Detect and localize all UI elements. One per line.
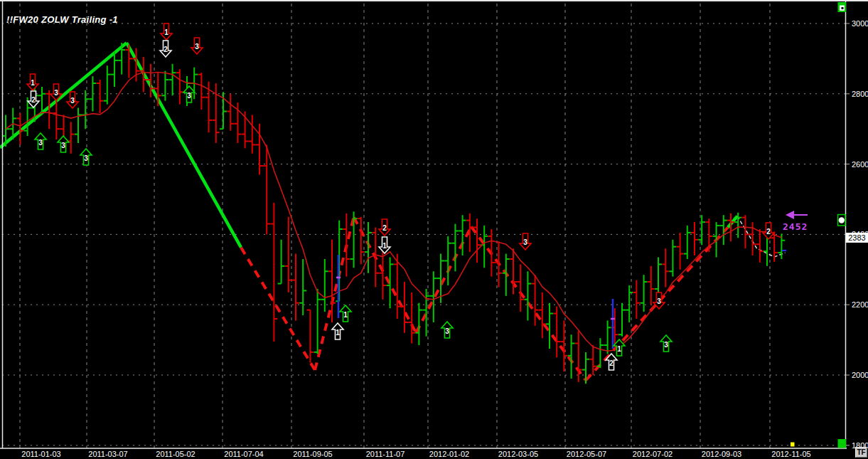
price-bar [53, 101, 60, 139]
signal-arrow-number: 3 [657, 297, 661, 305]
signal-arrow-number: 3 [195, 43, 199, 51]
restore-box-inner-icon [842, 7, 844, 9]
signal-arrow-number: 3 [664, 341, 668, 349]
moving-average-line [6, 73, 781, 352]
price-bar [641, 275, 648, 312]
signal-arrow-number: 3 [70, 97, 75, 105]
price-bar [227, 94, 234, 131]
price-bar [68, 122, 75, 153]
axis-slider-thumb[interactable] [838, 215, 846, 226]
price-bar [343, 213, 350, 277]
price-bar [234, 102, 241, 143]
x-axis-label: 2012-05-07 [567, 450, 606, 458]
signal-arrow-up-green: 1 [340, 305, 351, 322]
signal-arrow-number: 3 [61, 142, 65, 149]
price-bar [89, 76, 96, 111]
signal-arrow-down-red: 1 [27, 74, 38, 90]
signal-arrow-number: 2 [31, 96, 36, 104]
signal-arrow-number: 2 [382, 224, 387, 232]
chart-window: 1233123213323333113123 30002800260024002… [0, 0, 868, 459]
zigzag-layer [0, 43, 786, 380]
timeframe-button[interactable]: TF [855, 447, 867, 458]
x-axis-label: 2011-03-07 [88, 450, 127, 458]
price-bar [299, 259, 306, 315]
price-bar [618, 303, 626, 337]
price-bar [82, 90, 89, 129]
signal-arrow-up-green: 3 [660, 335, 672, 352]
chart-title: !!FW20 ZOLW Trailing -1 [6, 14, 118, 25]
price-bar [473, 218, 481, 263]
price-bar [596, 338, 604, 368]
signal-arrow-up-white: 1 [332, 323, 343, 339]
event-lines-layer [336, 250, 786, 349]
price-bar [198, 73, 205, 110]
trail-stop-arrow-head [786, 211, 794, 219]
price-bar [249, 115, 256, 153]
x-axis-label: 2011-07-04 [224, 450, 263, 458]
price-bar [495, 241, 503, 287]
price-bar [575, 331, 582, 382]
axis-scroll-top-button[interactable] [838, 2, 847, 12]
ma-line-layer [6, 73, 781, 352]
signal-arrow-number: 2 [609, 359, 614, 367]
price-bar [372, 228, 379, 287]
price-bar [97, 80, 104, 113]
y-axis-label: 2600 [852, 160, 868, 169]
price-bar [546, 303, 553, 349]
x-axis-label: 2011-11-07 [366, 450, 405, 458]
price-bar [741, 215, 749, 248]
price-bar [278, 240, 285, 284]
x-axis-label: 2011-01-03 [21, 450, 60, 458]
x-axis-label: 2011-05-02 [156, 450, 195, 458]
signal-arrows-layer: 1233123213323333113123 [27, 23, 774, 370]
x-axis-label: 2012-11-05 [771, 450, 810, 458]
signal-arrow-down-red: 3 [67, 92, 78, 108]
current-bar-yellow-marker [791, 443, 795, 447]
x-axis-label: 2012-09-03 [702, 450, 741, 458]
price-bar [358, 217, 365, 265]
price-bar [648, 266, 655, 305]
price-bar [517, 264, 524, 312]
price-bar [270, 203, 277, 342]
signal-arrow-number: 1 [336, 329, 340, 337]
price-bar [292, 254, 299, 321]
price-bar [176, 69, 183, 104]
price-bar [451, 224, 459, 272]
axis-scroll-bottom-button[interactable] [838, 439, 847, 448]
signal-arrow-up-green: 3 [183, 86, 195, 102]
signal-arrow-number: 3 [38, 139, 43, 147]
price-bar [75, 108, 82, 143]
signal-arrow-down-white: 1 [379, 237, 390, 253]
price-bar [104, 65, 111, 104]
price-bar [459, 215, 466, 255]
price-bar [756, 229, 763, 263]
price-bar [263, 144, 270, 234]
signal-arrow-number: 3 [445, 327, 449, 335]
price-bar [285, 217, 292, 292]
signal-arrow-down-red: 1 [161, 23, 172, 40]
signal-arrow-number: 2 [766, 228, 771, 236]
zigzag-segment-dashed-red [241, 248, 315, 370]
x-axis-label: 2011-09-05 [293, 450, 332, 458]
price-bar [444, 236, 451, 285]
last-price-tag: 2383 [846, 233, 868, 243]
price-bar [314, 289, 321, 354]
price-bar [524, 271, 531, 320]
signal-arrow-up-green: 3 [58, 136, 69, 152]
price-bar [161, 71, 168, 101]
chart-canvas[interactable]: 1233123213323333113123 30002800260024002… [0, 0, 868, 459]
y-axis-label: 3000 [852, 19, 868, 28]
annotation-layer [786, 211, 808, 219]
signal-arrow-number: 3 [187, 92, 191, 100]
signal-arrow-down-white: 2 [160, 41, 171, 57]
y-axis-label: 2800 [852, 90, 868, 98]
signal-arrow-number: 1 [382, 242, 387, 250]
price-bar [532, 275, 539, 326]
signal-arrow-up-green: 3 [35, 133, 46, 149]
signal-arrow-number: 1 [617, 345, 621, 353]
price-bar [306, 310, 314, 363]
signal-arrow-number: 3 [523, 238, 527, 246]
signal-arrow-number: 1 [343, 311, 348, 319]
price-bar [321, 259, 328, 312]
y-axis-label: 2200 [852, 300, 868, 309]
